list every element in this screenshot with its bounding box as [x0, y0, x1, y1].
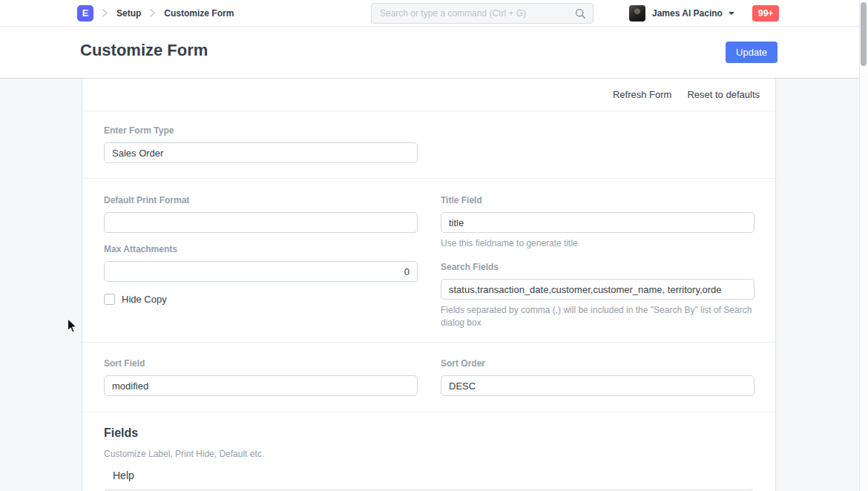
section-sorting: Sort Field Sort Order: [82, 343, 775, 412]
page-head: Customize Form Update: [0, 27, 868, 79]
breadcrumb-customize-form[interactable]: Customize Form: [164, 8, 234, 19]
hide-copy-label[interactable]: Hide Copy: [122, 294, 167, 305]
max-attachments-input[interactable]: [104, 261, 418, 282]
chevron-right-icon: [149, 9, 156, 17]
main-content: Refresh Form Reset to defaults Enter For…: [0, 79, 868, 491]
chevron-down-icon: [729, 12, 734, 15]
fields-section-title: Fields: [104, 426, 754, 440]
reset-to-defaults-link[interactable]: Reset to defaults: [687, 89, 760, 100]
title-field-help: Use this fieldname to generate title: [441, 237, 754, 250]
scrollbar-track[interactable]: [859, 0, 868, 491]
global-search-input[interactable]: [380, 8, 575, 19]
sort-field-input[interactable]: [104, 375, 418, 396]
global-search: [371, 3, 594, 24]
avatar: [629, 5, 645, 22]
notifications-badge[interactable]: 99+: [752, 5, 779, 22]
search-icon[interactable]: [575, 8, 586, 19]
fields-grid-row-help[interactable]: Help: [113, 469, 754, 481]
breadcrumb-setup[interactable]: Setup: [116, 8, 141, 19]
fields-section-description: Customize Label, Print Hide, Default etc…: [104, 449, 754, 459]
title-field-label: Title Field: [441, 195, 754, 205]
search-fields-help: Fields separated by comma (,) will be in…: [441, 304, 754, 329]
search-fields-input[interactable]: [441, 279, 754, 300]
app-logo[interactable]: E: [77, 5, 93, 22]
user-menu[interactable]: James Al Pacino: [629, 0, 734, 26]
navbar: E Setup Customize Form James Al Pacino 9…: [0, 0, 868, 27]
breadcrumb: E Setup Customize Form: [77, 0, 234, 26]
sort-order-label: Sort Order: [441, 358, 754, 369]
max-attachments-label: Max Attachments: [104, 244, 418, 254]
refresh-form-link[interactable]: Refresh Form: [613, 89, 671, 100]
default-print-format-label: Default Print Format: [104, 195, 418, 205]
section-fields: Fields Customize Label, Print Hide, Defa…: [82, 412, 775, 491]
section-form-type: Enter Form Type: [82, 111, 775, 179]
title-field-input[interactable]: [441, 212, 754, 233]
section-properties: Default Print Format Max Attachments Hid…: [82, 179, 775, 343]
update-button[interactable]: Update: [726, 42, 777, 63]
default-print-format-input[interactable]: [104, 212, 418, 233]
search-fields-label: Search Fields: [441, 262, 754, 272]
enter-form-type-label: Enter Form Type: [104, 125, 754, 136]
hide-copy-checkbox[interactable]: [104, 294, 115, 305]
form-toolbar: Refresh Form Reset to defaults: [82, 79, 775, 111]
page-title: Customize Form: [80, 41, 208, 60]
user-name: James Al Pacino: [652, 8, 723, 19]
enter-form-type-input[interactable]: [104, 142, 418, 163]
sort-order-input[interactable]: [441, 375, 754, 396]
sort-field-label: Sort Field: [104, 358, 418, 369]
form-card: Refresh Form Reset to defaults Enter For…: [82, 79, 776, 491]
chevron-right-icon: [102, 9, 108, 17]
scrollbar-thumb[interactable]: [861, 2, 867, 66]
